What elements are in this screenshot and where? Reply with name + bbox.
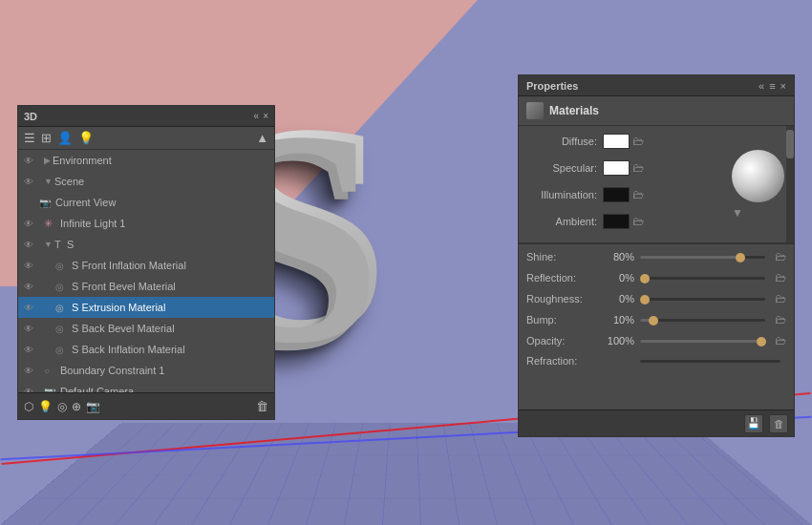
constraint-icon[interactable]: ⊕ xyxy=(72,400,81,413)
specular-row: Specular: 🗁 xyxy=(526,158,716,178)
reflection-row: Reflection: 0% 🗁 xyxy=(526,271,786,284)
shine-track[interactable] xyxy=(640,256,765,259)
ambient-row: Ambient: 🗁 xyxy=(526,211,716,232)
camera-bottom-icon[interactable]: 📷 xyxy=(86,400,100,413)
light-bottom-icon[interactable]: 💡 xyxy=(38,400,53,413)
eye-icon-scene[interactable]: 👁 xyxy=(22,175,35,188)
roughness-folder-icon[interactable]: 🗁 xyxy=(775,292,786,305)
layer-item-s[interactable]: 👁 ▼ T S xyxy=(18,234,274,255)
opacity-value: 100% xyxy=(601,335,634,346)
roughness-track[interactable] xyxy=(640,298,765,301)
diffuse-label: Diffuse: xyxy=(526,136,603,147)
collapse-arrow-s[interactable]: ▼ xyxy=(44,240,53,249)
layer-item-boundary-constraint-1[interactable]: 👁 ○ Boundary Constraint 1 xyxy=(18,360,274,381)
reflection-folder-icon[interactable]: 🗁 xyxy=(775,271,786,284)
layer-item-s-back-inflation[interactable]: 👁 ◎ S Back Inflation Material xyxy=(18,339,274,360)
grid-view-icon[interactable]: ⊞ xyxy=(41,131,52,145)
refraction-label: Refraction: xyxy=(526,355,601,367)
opacity-row: Opacity: 100% 🗁 xyxy=(526,334,786,347)
bump-value: 10% xyxy=(601,314,634,326)
shine-value: 80% xyxy=(601,251,634,262)
eye-icon-s-front-bevel[interactable]: 👁 xyxy=(22,280,35,293)
roughness-label: Roughness: xyxy=(526,293,601,304)
layer-item-s-front-bevel[interactable]: 👁 ◎ S Front Bevel Material xyxy=(18,276,274,297)
collapse-arrow-scene[interactable]: ▼ xyxy=(44,177,53,186)
panel-3d-titlebar: 3D « × xyxy=(18,106,274,127)
panel-3d-collapse-btn[interactable]: « xyxy=(254,111,260,121)
material-bottom-icon[interactable]: ◎ xyxy=(57,400,67,413)
layer-label-current-view: Current View xyxy=(55,197,116,208)
illumination-folder-icon[interactable]: 🗁 xyxy=(632,188,644,201)
eye-icon-s-back-bevel[interactable]: 👁 xyxy=(22,322,35,335)
layer-item-s-extrusion[interactable]: 👁 ◎ S Extrusion Material xyxy=(18,297,274,318)
props-title-controls: « ≡ × xyxy=(759,80,786,92)
layer-item-current-view[interactable]: 📷 Current View xyxy=(18,192,274,213)
props-titlebar: Properties « ≡ × xyxy=(519,75,794,96)
eye-icon-s-back-inflation[interactable]: 👁 xyxy=(22,343,35,356)
roughness-value: 0% xyxy=(601,293,634,304)
layer-item-s-back-bevel[interactable]: 👁 ◎ S Back Bevel Material xyxy=(18,318,274,339)
diffuse-swatch[interactable] xyxy=(603,134,630,149)
ambient-label: Ambient: xyxy=(526,216,603,227)
panel-3d-close-btn[interactable]: × xyxy=(263,111,268,121)
props-close-btn[interactable]: × xyxy=(780,80,786,92)
reflection-track[interactable] xyxy=(640,277,765,280)
props-section-title: Materials xyxy=(549,104,599,117)
bump-folder-icon[interactable]: 🗁 xyxy=(775,313,786,326)
bump-label: Bump: xyxy=(526,314,601,326)
sphere-expand-arrow[interactable]: ▼ xyxy=(732,206,743,220)
layer-item-infinite-light-1[interactable]: 👁 ✳ Infinite Light 1 xyxy=(18,213,274,234)
diffuse-folder-icon[interactable]: 🗁 xyxy=(632,135,644,148)
toolbar-3d: ☰ ⊞ 👤 💡 ▲ xyxy=(18,127,274,150)
props-bottom: 💾 🗑 xyxy=(519,410,794,436)
collapse-tree-icon[interactable]: ▲ xyxy=(256,131,268,145)
props-save-btn[interactable]: 💾 xyxy=(744,414,763,433)
shine-row: Shine: 80% 🗁 xyxy=(526,250,786,263)
person-icon[interactable]: 👤 xyxy=(57,131,73,145)
scrollbar-thumb-top[interactable] xyxy=(786,130,794,158)
layer-label-default-camera: Default Camera xyxy=(60,386,134,392)
material-fields: Diffuse: 🗁 Specular: 🗁 Illumination: 🗁 A… xyxy=(519,126,724,242)
illumination-swatch[interactable] xyxy=(603,187,630,202)
eye-icon-s[interactable]: 👁 xyxy=(22,238,35,251)
layer-label-s-extrusion: S Extrusion Material xyxy=(72,302,165,313)
specular-swatch[interactable] xyxy=(603,160,630,176)
layer-label-s: S xyxy=(67,239,74,250)
opacity-folder-icon[interactable]: 🗁 xyxy=(775,334,786,347)
scrollbar-top[interactable] xyxy=(786,126,794,242)
shine-folder-icon[interactable]: 🗁 xyxy=(775,250,786,263)
bump-track[interactable] xyxy=(640,319,765,322)
layer-label-environment: Environment xyxy=(53,155,112,166)
mesh-icon[interactable]: ⬡ xyxy=(24,400,33,413)
props-collapse-btn[interactable]: « xyxy=(759,80,764,92)
eye-icon-default-camera[interactable]: 👁 xyxy=(22,385,35,392)
eye-icon-s-extrusion[interactable]: 👁 xyxy=(22,301,35,314)
layer-item-scene[interactable]: 👁 ▼ Scene xyxy=(18,171,274,192)
light-icon[interactable]: 💡 xyxy=(78,131,94,145)
collapse-arrow-environment[interactable]: ▶ xyxy=(44,156,51,165)
opacity-track[interactable] xyxy=(640,340,765,343)
eye-icon-infinite-light[interactable]: 👁 xyxy=(22,217,35,230)
sphere-ball xyxy=(732,150,784,202)
props-menu-btn[interactable]: ≡ xyxy=(769,80,775,92)
refraction-track[interactable] xyxy=(640,360,780,363)
panel-3d-title: 3D xyxy=(24,111,37,122)
delete-icon[interactable]: 🗑 xyxy=(256,399,268,413)
eye-icon-s-front-inflation[interactable]: 👁 xyxy=(22,259,35,272)
bottom-icons-left: ⬡ 💡 ◎ ⊕ 📷 xyxy=(24,400,100,413)
reflection-label: Reflection: xyxy=(526,272,601,284)
opacity-label: Opacity: xyxy=(526,335,601,346)
eye-icon-environment[interactable]: 👁 xyxy=(22,154,35,167)
specular-label: Specular: xyxy=(526,162,603,174)
ambient-swatch[interactable] xyxy=(603,214,630,229)
layer-item-default-camera[interactable]: 👁 📷 Default Camera xyxy=(18,381,274,392)
props-delete-btn[interactable]: 🗑 xyxy=(769,414,788,433)
ambient-folder-icon[interactable]: 🗁 xyxy=(632,215,644,228)
layer-item-s-front-inflation[interactable]: 👁 ◎ S Front Inflation Material xyxy=(18,255,274,276)
list-view-icon[interactable]: ☰ xyxy=(24,131,35,145)
layer-label-s-back-inflation: S Back Inflation Material xyxy=(72,344,185,355)
layer-item-environment[interactable]: 👁 ▶ Environment xyxy=(18,150,274,171)
eye-icon-boundary-constraint[interactable]: 👁 xyxy=(22,364,35,377)
layer-label-boundary-constraint-1: Boundary Constraint 1 xyxy=(60,365,164,376)
specular-folder-icon[interactable]: 🗁 xyxy=(632,161,644,175)
